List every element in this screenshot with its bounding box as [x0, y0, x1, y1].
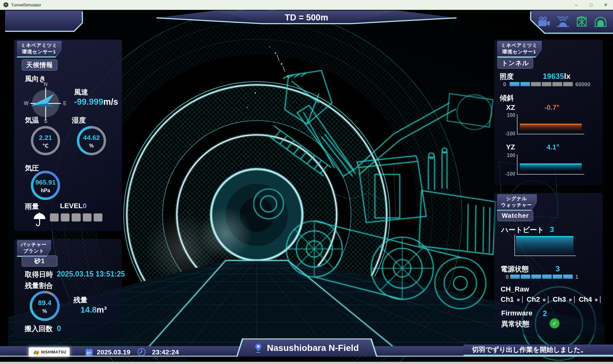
tilt-yz-value: 4.1°	[547, 143, 559, 151]
channel-indicator-dot	[543, 299, 546, 301]
close-button[interactable]: ✕	[598, 0, 613, 10]
illuminance-label: 照度	[500, 72, 514, 81]
tilt-label: 傾斜	[500, 93, 514, 103]
meter-segment	[510, 82, 519, 86]
watcher-mode-button[interactable]: Watcher	[497, 210, 533, 221]
channel-label: Ch2	[527, 295, 540, 304]
svg-text:-100: -100	[505, 131, 515, 136]
location-pin-icon	[255, 343, 262, 353]
company-logo: NISHIMATSU	[29, 347, 70, 357]
meter-segment	[72, 213, 80, 222]
firmware-value: 2	[543, 309, 547, 318]
anomaly-label: 異常状態	[501, 319, 529, 329]
channel-indicator-dot	[517, 299, 520, 301]
maximize-button[interactable]: □	[584, 0, 598, 10]
anomaly-ok-check-icon: ✓	[550, 319, 559, 328]
minimize-button[interactable]: –	[569, 0, 584, 10]
heartbeat-chart	[512, 234, 578, 258]
heartbeat-value: 3	[550, 225, 554, 234]
illuminance-meter	[510, 82, 573, 86]
umbrella-icon	[33, 212, 46, 227]
acquired-label: 取得日時	[25, 270, 53, 279]
meter-segment	[520, 82, 530, 86]
weather-panel-tag: ミネベアミツミ 環境センサー1	[17, 41, 62, 57]
tunnel-mode-button[interactable]: トンネル	[497, 57, 533, 69]
svg-text:%: %	[42, 308, 47, 314]
meter-segment	[563, 275, 573, 279]
meter-segment	[542, 275, 552, 279]
meter-segment	[94, 213, 102, 222]
tilt-xz-label: XZ	[506, 103, 515, 112]
channel-label: Ch3	[553, 295, 566, 304]
wind-speed-value: -99.999m/s	[74, 97, 118, 107]
channel-indicator-dot	[569, 299, 572, 301]
calendar-icon	[85, 348, 93, 356]
svg-text:89.4: 89.4	[38, 299, 51, 307]
wireless-antenna-icon[interactable]	[556, 16, 570, 28]
date-value: 2025.03.19	[97, 348, 130, 356]
wind-speed-label: 風速	[74, 87, 88, 97]
meter-segment	[83, 213, 92, 222]
heartbeat-label: ハートビート	[501, 225, 544, 235]
ch-raw-channels: Ch1Ch2Ch3Ch4	[501, 295, 605, 304]
svg-text:℃: ℃	[42, 143, 49, 148]
svg-text:S: S	[44, 118, 48, 123]
rain-label: 雨量	[25, 202, 39, 211]
channel-separator	[600, 296, 601, 303]
app-icon: ✦	[3, 2, 9, 8]
site-banner: Nasushiobara N-Field	[236, 338, 377, 357]
notification-bar: 切羽でずり出し作業を開始しました。	[464, 345, 613, 356]
humidity-gauge: 44.62 %	[75, 124, 108, 157]
signal-watcher-tag: シグナル ウォッチャー	[497, 194, 537, 211]
meter-segment	[510, 275, 520, 279]
illuminance-value: 19635lx	[543, 72, 571, 81]
svg-text:965.91: 965.91	[35, 178, 56, 186]
channel-indicator-dot	[595, 299, 598, 301]
tunnel-view-icon[interactable]	[594, 16, 607, 28]
video-camera-icon[interactable]	[537, 16, 550, 28]
svg-text:W: W	[24, 101, 29, 106]
remaining-label: 残量	[73, 295, 87, 305]
channel-separator	[574, 296, 575, 303]
power-state-meter	[510, 275, 573, 279]
remaining-value: 14.8m³	[80, 305, 107, 315]
rain-level-meter	[50, 213, 102, 222]
temperature-gauge: 2.21 ℃	[29, 124, 62, 157]
weather-mode-button[interactable]: 天候情報	[22, 59, 57, 71]
power-state-value: 3	[556, 264, 560, 273]
svg-text:2.21: 2.21	[39, 134, 52, 141]
remain-ratio-gauge: 89.4 %	[27, 289, 62, 323]
svg-text:-100: -100	[505, 171, 515, 177]
site-name: Nasushiobara N-Field	[267, 343, 359, 353]
power-state-label: 電源状態	[501, 264, 529, 274]
tilt-xz-chart: 100 -100	[504, 112, 586, 137]
batcher-panel-tag: バッチャー プラント	[17, 240, 51, 257]
channel-label: Ch1	[501, 295, 514, 304]
ch-raw-label: CH_Raw	[501, 285, 529, 293]
window-titlebar: ✦ TunnelSimulator – □ ✕	[0, 0, 613, 10]
carry-count-value: 0	[57, 324, 61, 333]
channel-separator	[548, 296, 549, 303]
meter-segment	[553, 275, 562, 279]
clock-icon	[137, 348, 146, 356]
pressure-gauge: 965.91 hPa	[29, 169, 62, 202]
svg-text:100: 100	[507, 112, 515, 118]
carry-count-label: 搬入回数	[25, 324, 53, 334]
nishimatsu-logo-mark	[32, 349, 40, 355]
notification-message: 切羽でずり出し作業を開始しました。	[472, 345, 587, 354]
meter-segment	[531, 275, 541, 279]
wireframe-cube-icon[interactable]	[575, 16, 588, 28]
meter-segment	[61, 213, 70, 222]
bottom-clipped-strip	[0, 362, 613, 364]
tilt-yz-chart: 100 -100	[504, 153, 586, 177]
tilt-xz-value: -0.7°	[544, 103, 559, 112]
material-button[interactable]: 砂1	[22, 255, 57, 267]
tilt-yz-label: YZ	[506, 143, 515, 151]
tunnel-distance-label: TD = 500m	[259, 13, 354, 23]
svg-text:hPa: hPa	[41, 188, 50, 193]
meter-segment	[521, 275, 530, 279]
tunnel-sensor-tag: ミネベアミツミ 環境センサー1	[497, 41, 542, 57]
window-title: TunnelSimulator	[11, 3, 41, 7]
meter-segment	[563, 82, 573, 86]
meter-segment	[50, 213, 59, 222]
